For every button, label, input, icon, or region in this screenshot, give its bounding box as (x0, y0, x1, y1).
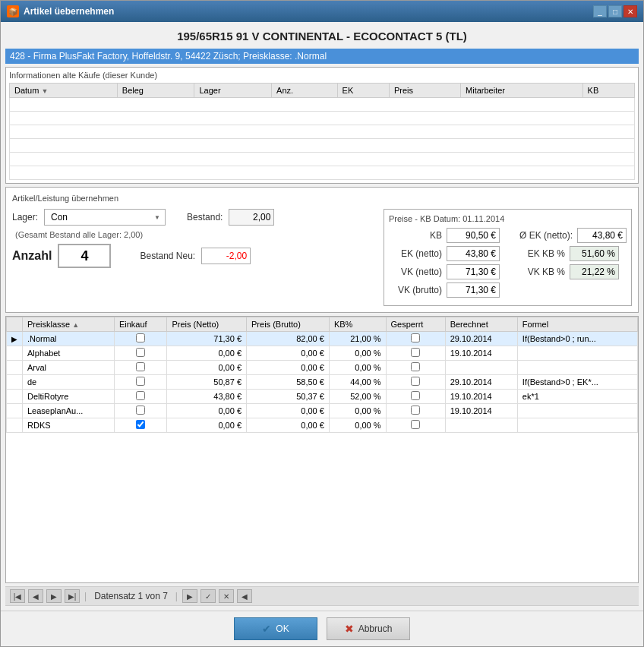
col-preis[interactable]: Preis (390, 84, 461, 98)
table-row[interactable]: Arval 0,00 € 0,00 € 0,00 % (7, 361, 638, 375)
anzahl-row: Anzahl 4 Bestand Neu: -2,00 (12, 244, 377, 268)
berechnet-cell (445, 418, 517, 433)
vk-netto-label: VK (netto) (389, 267, 442, 277)
col-kb[interactable]: KB (582, 84, 634, 98)
gesamt-bestand-row: (Gesamt Bestand alle Lager: 2,00) (12, 230, 377, 239)
bestand-neu-input[interactable]: -2,00 (201, 248, 251, 264)
einkauf-checkbox[interactable] (136, 377, 145, 386)
minimize-button[interactable]: _ (593, 5, 607, 17)
gesperrt-checkbox[interactable] (411, 406, 420, 415)
einkauf-checkbox[interactable] (136, 406, 145, 415)
col-anz[interactable]: Anz. (272, 84, 338, 98)
old-purchases-table-wrapper[interactable]: Datum ▼ Beleg Lager Anz. EK Preis Mitarb… (9, 83, 635, 180)
table-row[interactable]: DeltiRotyre 43,80 € 50,37 € 52,00 % 19.1… (7, 390, 638, 404)
gesperrt-cell[interactable] (386, 404, 445, 418)
bestand-label: Bestand: (187, 212, 223, 223)
einkauf-checkbox[interactable] (136, 333, 145, 342)
table-row[interactable]: RDKS 0,00 € 0,00 € 0,00 % (7, 418, 638, 433)
kb-pct-cell: 52,00 % (329, 390, 386, 404)
ek-netto-value[interactable]: 43,80 € (447, 246, 500, 261)
einkauf-cell[interactable] (114, 404, 167, 418)
einkauf-cell[interactable] (114, 361, 167, 375)
col-berechnet[interactable]: Berechnet (445, 317, 517, 332)
vk-brutto-value[interactable]: 71,30 € (447, 282, 500, 298)
vk-kb-pct-value[interactable]: 21,22 % (570, 264, 619, 279)
gesperrt-cell[interactable] (386, 346, 445, 361)
gesperrt-cell[interactable] (386, 418, 445, 433)
einkauf-cell[interactable] (114, 418, 167, 433)
row-indicator: ▶ (7, 332, 23, 346)
gesamt-bestand-label: (Gesamt Bestand alle Lager: 2,00) (15, 230, 143, 239)
col-preis-brutto[interactable]: Preis (Brutto) (247, 317, 330, 332)
table-row[interactable]: LeaseplanAu... 0,00 € 0,00 € 0,00 % 19.1… (7, 404, 638, 418)
gesperrt-checkbox[interactable] (411, 391, 420, 400)
gesperrt-cell[interactable] (386, 390, 445, 404)
gesperrt-checkbox[interactable] (411, 377, 420, 386)
nav-sep2: | (175, 591, 178, 601)
col-einkauf[interactable]: Einkauf (114, 317, 167, 332)
lager-value: Con (48, 212, 154, 223)
ok-button[interactable]: ✔ OK (234, 617, 317, 640)
gesperrt-checkbox[interactable] (411, 362, 420, 371)
nav-delete-button[interactable]: ✕ (219, 589, 234, 603)
anzahl-input[interactable]: 4 (58, 244, 111, 268)
table-row[interactable]: de 50,87 € 58,50 € 44,00 % 29.10.2014 If… (7, 375, 638, 390)
col-ek[interactable]: EK (337, 84, 389, 98)
maximize-button[interactable]: □ (608, 5, 622, 17)
col-kb-pct[interactable]: KB% (329, 317, 386, 332)
einkauf-checkbox[interactable] (136, 348, 145, 357)
nav-next-button[interactable]: ▶ (46, 589, 62, 603)
nav-first-button[interactable]: |◀ (10, 589, 25, 603)
gesperrt-cell[interactable] (386, 361, 445, 375)
old-purchases-section: Informationen alte Käufe (dieser Kunde) … (5, 67, 639, 184)
ek-netto-label: EK (netto) (389, 248, 442, 259)
einkauf-cell[interactable] (114, 346, 167, 361)
gesperrt-cell[interactable] (386, 375, 445, 390)
artikel-main-container: Lager: Con ▼ Bestand: 2,00 (Gesamt Besta… (12, 209, 632, 306)
kb-value[interactable]: 90,50 € (447, 228, 500, 243)
table-row[interactable]: Alphabet 0,00 € 0,00 € 0,00 % 19.10.2014 (7, 346, 638, 361)
abbruch-label: Abbruch (358, 623, 393, 634)
ek-kb-pct-value[interactable]: 51,60 % (570, 246, 619, 261)
preisklasse-name: .Normal (23, 332, 115, 346)
anzahl-label: Anzahl (12, 249, 52, 263)
article-title: 195/65R15 91 V CONTINENTAL - ECOCONTACT … (5, 27, 639, 46)
preis-brutto-cell: 0,00 € (247, 346, 330, 361)
nav-last-button[interactable]: ▶| (65, 589, 80, 603)
einkauf-cell[interactable] (114, 375, 167, 390)
gesperrt-checkbox[interactable] (411, 333, 420, 342)
nav-add-button[interactable]: ▶ (182, 589, 197, 603)
col-indicator (7, 317, 23, 332)
col-mitarbeiter[interactable]: Mitarbeiter (461, 84, 583, 98)
col-datum[interactable]: Datum ▼ (10, 84, 118, 98)
gesperrt-checkbox[interactable] (411, 348, 420, 357)
abbruch-button[interactable]: ✖ Abbruch (327, 617, 410, 640)
preis-netto-cell: 50,87 € (167, 375, 247, 390)
col-gesperrt[interactable]: Gesperrt (386, 317, 445, 332)
nav-prev2-button[interactable]: ◀ (237, 589, 252, 603)
window-title: Artikel üebernehmen (24, 6, 114, 17)
einkauf-cell[interactable] (114, 332, 167, 346)
einkauf-checkbox[interactable] (136, 391, 145, 400)
nav-prev-button[interactable]: ◀ (28, 589, 43, 603)
col-beleg[interactable]: Beleg (117, 84, 194, 98)
preisklasse-scroll[interactable]: Preisklasse ▲ Einkauf Preis (Netto) Prei… (6, 317, 638, 433)
einkauf-checkbox[interactable] (136, 362, 145, 371)
einkauf-checkbox[interactable] (136, 420, 145, 429)
ek-avg-value[interactable]: 43,80 € (577, 228, 627, 243)
gesperrt-cell[interactable] (386, 332, 445, 346)
col-lager[interactable]: Lager (194, 84, 272, 98)
table-row[interactable]: ▶ .Normal 71,30 € 82,00 € 21,00 % 29.10.… (7, 332, 638, 346)
gesperrt-checkbox[interactable] (411, 420, 420, 429)
nav-check-button[interactable]: ✓ (200, 589, 216, 603)
lager-dropdown[interactable]: Con ▼ (44, 209, 166, 226)
einkauf-cell[interactable] (114, 390, 167, 404)
formel-cell (517, 346, 637, 361)
vk-netto-value[interactable]: 71,30 € (447, 264, 500, 279)
col-preis-netto[interactable]: Preis (Netto) (167, 317, 247, 332)
col-formel[interactable]: Formel (517, 317, 637, 332)
col-preisklasse[interactable]: Preisklasse ▲ (23, 317, 115, 332)
formel-cell: ek*1 (517, 390, 637, 404)
ek-avg-label: Ø EK (netto): (512, 230, 573, 241)
close-button[interactable]: ✕ (623, 5, 637, 17)
